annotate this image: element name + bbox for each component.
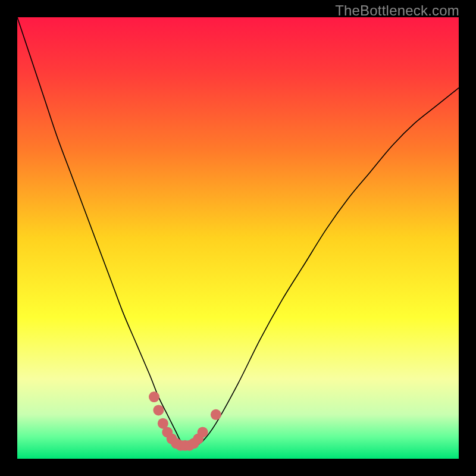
minimum-marker xyxy=(211,409,221,420)
minimum-marker xyxy=(149,392,159,402)
bottleneck-chart xyxy=(17,17,459,459)
minimum-marker xyxy=(198,427,208,437)
chart-background xyxy=(17,17,459,459)
watermark-text: TheBottleneck.com xyxy=(335,2,459,19)
chart-frame: TheBottleneck.com xyxy=(0,0,476,476)
minimum-marker xyxy=(153,405,164,415)
